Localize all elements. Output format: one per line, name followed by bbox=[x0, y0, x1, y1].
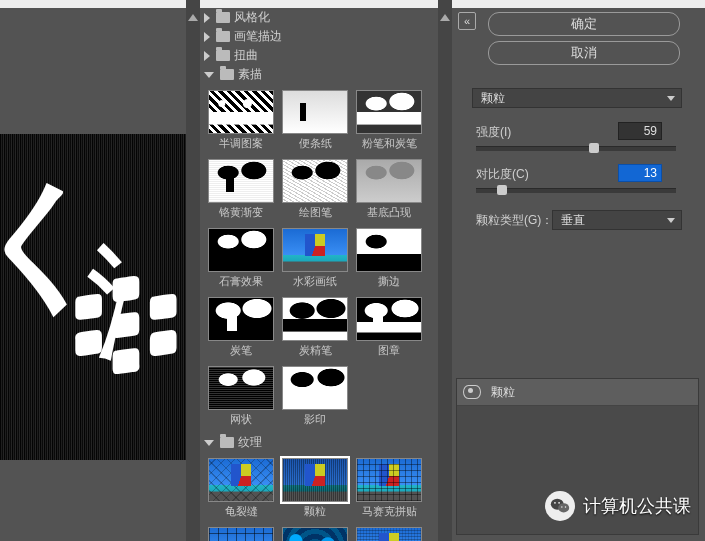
thumb-conte[interactable]: 炭精笔 bbox=[282, 297, 348, 358]
intensity-value[interactable]: 59 bbox=[618, 122, 662, 140]
thumb-basrelief[interactable]: 基底凸现 bbox=[356, 159, 422, 220]
contrast-slider[interactable] bbox=[476, 188, 676, 193]
category-brush[interactable]: 画笔描边 bbox=[200, 27, 438, 46]
options-panel: « 确定 取消 颗粒 强度(I) 59 对比度(C) 13 颗粒类型(G)： 垂… bbox=[452, 0, 705, 541]
filter-dropdown[interactable]: 颗粒 bbox=[472, 88, 682, 108]
thumb-stamp[interactable]: 图章 bbox=[356, 297, 422, 358]
thumb-patchwork[interactable] bbox=[208, 527, 274, 541]
category-label: 画笔描边 bbox=[234, 28, 282, 45]
thumb-photocopy[interactable]: 影印 bbox=[282, 366, 348, 427]
category-label: 风格化 bbox=[234, 9, 270, 26]
category-sketch[interactable]: 素描 bbox=[200, 65, 438, 84]
folder-icon bbox=[220, 69, 234, 80]
texture-grid: 龟裂缝 颗粒 马赛克拼贴 bbox=[200, 452, 438, 541]
filter-tree: 风格化 画笔描边 扭曲 素描 半调图案 便条纸 粉笔和炭笔 铬黄渐变 绘图笔 基… bbox=[200, 0, 438, 541]
thumb-texturizer[interactable] bbox=[356, 527, 422, 541]
thumb-chrome[interactable]: 铬黄渐变 bbox=[208, 159, 274, 220]
effect-row[interactable]: 颗粒 bbox=[457, 379, 698, 406]
thumb-waterpaper[interactable]: 水彩画纸 bbox=[282, 228, 348, 289]
thumb-torn[interactable]: 撕边 bbox=[356, 228, 422, 289]
thumb-halftone[interactable]: 半调图案 bbox=[208, 90, 274, 151]
category-label: 纹理 bbox=[238, 434, 262, 451]
contrast-value[interactable]: 13 bbox=[618, 164, 662, 182]
category-distort[interactable]: 扭曲 bbox=[200, 46, 438, 65]
effects-list: 颗粒 bbox=[456, 378, 699, 535]
folder-icon bbox=[216, 50, 230, 61]
intensity-label: 强度(I) bbox=[476, 124, 511, 141]
folder-icon bbox=[216, 12, 230, 23]
category-texture[interactable]: 纹理 bbox=[200, 433, 438, 452]
thumb-plaster[interactable]: 石膏效果 bbox=[208, 228, 274, 289]
expand-icon bbox=[204, 32, 210, 42]
visibility-icon[interactable] bbox=[463, 385, 481, 399]
effect-name: 颗粒 bbox=[491, 384, 515, 401]
expand-icon bbox=[204, 13, 210, 23]
preview-scrollbar[interactable] bbox=[186, 0, 200, 541]
preview-image[interactable]: く ፨ 氵 bbox=[0, 134, 186, 460]
thumb-mosaic[interactable]: 马赛克拼贴 bbox=[356, 458, 422, 519]
folder-icon bbox=[216, 31, 230, 42]
contrast-label: 对比度(C) bbox=[476, 166, 529, 183]
thumb-stainedglass[interactable] bbox=[282, 527, 348, 541]
preview-panel: く ፨ 氵 bbox=[0, 0, 186, 541]
collapse-icon bbox=[204, 72, 214, 78]
expand-icon bbox=[204, 51, 210, 61]
sketch-grid: 半调图案 便条纸 粉笔和炭笔 铬黄渐变 绘图笔 基底凸现 石膏效果 水彩画纸 撕… bbox=[200, 84, 438, 433]
tree-scrollbar[interactable] bbox=[438, 0, 452, 541]
thumb-charcoal[interactable]: 炭笔 bbox=[208, 297, 274, 358]
folder-icon bbox=[220, 437, 234, 448]
thumb-graphicpen[interactable]: 绘图笔 bbox=[282, 159, 348, 220]
category-label: 扭曲 bbox=[234, 47, 258, 64]
slider-knob[interactable] bbox=[497, 185, 507, 195]
thumb-notepaper[interactable]: 便条纸 bbox=[282, 90, 348, 151]
graintype-label: 颗粒类型(G)： bbox=[476, 212, 553, 229]
collapse-panel-icon[interactable]: « bbox=[458, 12, 476, 30]
slider-knob[interactable] bbox=[589, 143, 599, 153]
thumb-grain[interactable]: 颗粒 bbox=[282, 458, 348, 519]
thumb-reticulation[interactable]: 网状 bbox=[208, 366, 274, 427]
category-stylize[interactable]: 风格化 bbox=[200, 8, 438, 27]
thumb-craquelure[interactable]: 龟裂缝 bbox=[208, 458, 274, 519]
intensity-slider[interactable] bbox=[476, 146, 676, 151]
graintype-dropdown[interactable]: 垂直 bbox=[552, 210, 682, 230]
thumb-chalk[interactable]: 粉笔和炭笔 bbox=[356, 90, 422, 151]
category-label: 素描 bbox=[238, 66, 262, 83]
collapse-icon bbox=[204, 440, 214, 446]
cancel-button[interactable]: 取消 bbox=[488, 41, 680, 65]
ok-button[interactable]: 确定 bbox=[488, 12, 680, 36]
